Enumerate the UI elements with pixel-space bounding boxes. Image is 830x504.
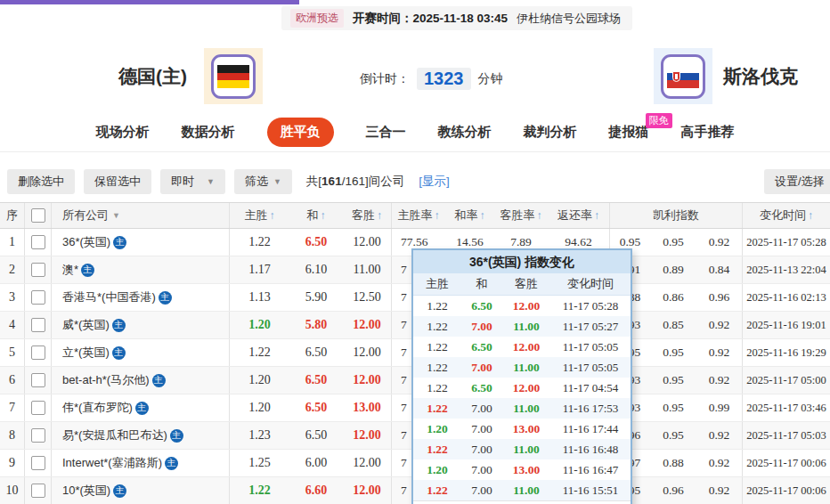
header-home-odds[interactable]: 主胜↑	[230, 203, 289, 228]
table-header: 序 所有公司▼ 主胜↑ 和↑ 客胜↑ 主胜率↑ 和率↑ 客胜率↑ 返还率↑ 凯利…	[0, 202, 830, 229]
popup-change-time: 11-16 16:47	[550, 463, 631, 477]
row-checkbox[interactable]	[31, 456, 45, 470]
select-all-checkbox[interactable]	[31, 208, 45, 223]
header-change-time[interactable]: 变化时间↑	[743, 203, 830, 228]
popup-odds-draw: 7.00	[461, 320, 502, 334]
company-name[interactable]: 10*(英国)主	[52, 477, 230, 504]
odds-draw: 6.50	[289, 422, 343, 449]
kelly-away: 0.92	[696, 422, 743, 449]
header-home-rate[interactable]: 主胜率↑	[392, 203, 445, 228]
countdown: 倒计时： 1323 分钟	[360, 68, 503, 90]
popup-row: 1.227.0011.0011-16 15:51	[413, 480, 631, 500]
popup-change-time: 11-16 17:44	[550, 422, 631, 436]
company-name[interactable]: Interwet*(塞浦路斯)主	[52, 450, 230, 476]
main-badge: 主	[112, 346, 126, 360]
popup-odds-away: 12.00	[502, 340, 550, 354]
row-checkbox[interactable]	[31, 235, 45, 249]
row-checkbox[interactable]	[31, 345, 45, 360]
row-checkbox[interactable]	[31, 318, 45, 332]
company-name[interactable]: 立*(英国)主	[52, 339, 230, 366]
filter-dropdown[interactable]: 筛选 ▼	[234, 169, 292, 194]
free-badge: 限免	[646, 113, 672, 128]
popup-odds-home: 1.20	[413, 422, 461, 436]
countdown-label: 倒计时：	[360, 71, 410, 87]
tab-expert[interactable]: 高手推荐	[681, 124, 735, 141]
delete-selected-button[interactable]: 删除选中	[7, 169, 75, 194]
company-name[interactable]: 36*(英国)主	[52, 229, 230, 256]
countdown-unit: 分钟	[478, 71, 503, 87]
tab-referee[interactable]: 裁判分析	[524, 124, 577, 141]
popup-odds-draw: 7.00	[461, 463, 502, 477]
row-index: 9	[0, 450, 25, 476]
popup-odds-home: 1.22	[413, 381, 461, 395]
keep-selected-button[interactable]: 保留选中	[84, 169, 151, 194]
row-checkbox[interactable]	[31, 263, 45, 277]
sort-up-icon: ↑	[270, 209, 275, 222]
row-checkbox-cell	[25, 450, 52, 476]
time-mode-dropdown[interactable]: 即时 ▼	[160, 169, 225, 194]
tab-3in1[interactable]: 三合一	[366, 124, 406, 141]
change-time: 2025-11-16 19:29	[743, 339, 830, 366]
header-draw-odds[interactable]: 和↑	[289, 203, 343, 228]
header-return-rate[interactable]: 返还率↑	[548, 203, 610, 228]
company-name[interactable]: bet-at-h*(马尔他)主	[52, 367, 230, 394]
odds-away: 12.00	[343, 339, 392, 366]
header-away-odds[interactable]: 客胜↑	[343, 203, 392, 228]
odds-draw: 5.80	[289, 312, 343, 338]
popup-row: 1.207.0013.0011-16 17:44	[413, 419, 631, 439]
kelly-draw: 0.95	[650, 394, 696, 421]
header-away-rate[interactable]: 客胜率↑	[494, 203, 548, 228]
row-checkbox[interactable]	[31, 484, 45, 498]
change-time: 2025-11-13 22:04	[743, 256, 830, 283]
row-index: 10	[0, 477, 25, 504]
company-name[interactable]: 澳*主	[52, 256, 230, 283]
odds-draw: 6.50	[289, 367, 343, 394]
main-badge: 主	[152, 374, 166, 387]
show-link[interactable]: [显示]	[419, 174, 450, 190]
kelly-away: 0.92	[696, 477, 743, 504]
tab-1x2[interactable]: 胜平负	[267, 118, 334, 147]
time-mode-value: 即时	[171, 169, 194, 194]
row-checkbox[interactable]	[31, 401, 45, 415]
settings-button[interactable]: 设置/选择	[764, 169, 830, 194]
row-checkbox[interactable]	[31, 290, 45, 305]
tab-jiebao[interactable]: 捷报猫限免	[609, 124, 649, 141]
popup-change-time: 11-17 04:54	[550, 381, 631, 395]
odds-away: 12.00	[343, 422, 392, 449]
header-checkbox-cell	[25, 203, 52, 228]
popup-change-time: 11-16 15:51	[550, 484, 631, 498]
company-name[interactable]: 伟*(直布罗陀)主	[52, 394, 230, 421]
company-name[interactable]: 易*(安提瓜和巴布达)主	[52, 422, 230, 449]
popup-change-time: 11-17 05:27	[550, 320, 631, 334]
header-company[interactable]: 所有公司▼	[52, 203, 230, 228]
kelly-away: 0.92	[696, 450, 743, 476]
header-index: 序	[0, 203, 25, 228]
company-name[interactable]: 威*(英国)主	[52, 312, 230, 338]
company-name[interactable]: 香港马*(中国香港)主	[52, 284, 230, 311]
odds-home: 1.22	[230, 477, 289, 504]
kickoff-time: 开赛时间：2025-11-18 03:45	[353, 11, 508, 27]
sort-up-icon: ↑	[594, 209, 599, 222]
header-draw-rate[interactable]: 和率↑	[445, 203, 494, 228]
tab-live[interactable]: 现场分析	[96, 124, 150, 141]
kelly-away: 0.96	[696, 284, 743, 311]
popup-odds-home: 1.22	[413, 443, 461, 457]
popup-header-away: 客胜	[502, 276, 550, 292]
popup-change-time: 11-17 05:28	[550, 299, 631, 313]
row-index: 1	[0, 229, 25, 256]
away-team-name: 斯洛伐克	[723, 64, 798, 89]
row-checkbox[interactable]	[31, 373, 45, 387]
top-progress-strip	[0, 0, 299, 4]
tab-data[interactable]: 数据分析	[182, 124, 235, 141]
sort-up-icon: ↑	[537, 209, 542, 222]
sort-up-icon: ↑	[480, 209, 485, 222]
row-index: 5	[0, 339, 25, 366]
filter-label: 筛选	[245, 169, 268, 194]
row-checkbox[interactable]	[31, 428, 45, 443]
popup-odds-draw: 6.50	[461, 381, 502, 395]
tab-coach[interactable]: 教练分析	[438, 124, 492, 141]
popup-row: 1.207.0013.0011-16 16:47	[413, 459, 631, 480]
sort-up-icon: ↑	[435, 209, 440, 222]
change-time: 2025-11-17 05:03	[743, 422, 830, 449]
odds-draw: 6.50	[289, 394, 343, 421]
